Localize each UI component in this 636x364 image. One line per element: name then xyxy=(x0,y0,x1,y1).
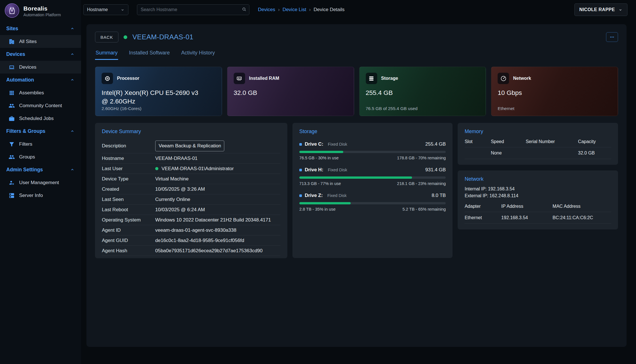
device-details-panel: BACK VEEAM-DRAAS-01 Summary Installed So… xyxy=(86,24,627,347)
user-name: NICOLE RAPPE xyxy=(579,7,615,12)
sidebar-section-sites[interactable]: Sites xyxy=(0,22,81,35)
breadcrumb-separator: › xyxy=(278,7,280,13)
tab-installed-software[interactable]: Installed Software xyxy=(128,50,170,60)
nav-item-label: User Management xyxy=(19,180,59,186)
drive-usage-bar xyxy=(299,176,446,179)
stat-card-value: Intel(R) Xeon(R) CPU E5-2690 v3 @ 2.60GH… xyxy=(102,89,206,105)
briefcase-icon xyxy=(9,115,15,122)
chevron-up-icon xyxy=(70,26,75,31)
drive-row: Drive Z: Fixed Disk 8.0 TB 2.8 TB - 35% … xyxy=(299,193,446,212)
borealis-logo-icon xyxy=(5,3,19,19)
drive-used: 713.3 GB - 77% in use xyxy=(299,181,341,186)
nav-item-label: Groups xyxy=(19,154,35,160)
external-ip: External IP: 162.248.8.114 xyxy=(465,192,611,199)
drive-row: Drive C: Fixed Disk 255.4 GB 76.5 GB - 3… xyxy=(299,141,446,160)
description-input[interactable] xyxy=(155,141,224,151)
nav-item-label: Assemblies xyxy=(19,90,44,96)
section-label: Devices xyxy=(6,51,25,57)
drive-usage-bar xyxy=(299,151,446,153)
breadcrumb-devices[interactable]: Devices xyxy=(258,7,275,13)
breadcrumb-device-list[interactable]: Device List xyxy=(282,7,306,13)
stat-card-footer: 2.60GHz (16-Cores) xyxy=(102,106,142,111)
section-label: Admin Settings xyxy=(6,167,43,173)
sidebar-section-filters-groups[interactable]: Filters & Groups xyxy=(0,125,81,138)
stat-card-network: Network 10 Gbps Ethernet xyxy=(491,67,618,116)
drive-bullet-icon xyxy=(299,143,302,146)
drive-bullet-icon xyxy=(299,169,302,171)
nav-item-label: Devices xyxy=(19,64,36,70)
more-options-icon xyxy=(609,34,615,40)
drive-used: 76.5 GB - 30% in use xyxy=(299,156,339,160)
tab-summary[interactable]: Summary xyxy=(95,50,118,60)
section-label: Automation xyxy=(6,77,34,83)
sidebar-item-user-management[interactable]: User Management xyxy=(0,176,81,189)
sidebar-item-devices[interactable]: Devices xyxy=(0,61,81,74)
user-gear-icon xyxy=(9,180,15,186)
stat-cards: Processor Intel(R) Xeon(R) CPU E5-2690 v… xyxy=(95,67,618,116)
network-gauge-icon xyxy=(498,73,509,84)
stat-card-label: Processor xyxy=(117,76,139,81)
network-table-header: Adapter IP Address MAC Address xyxy=(465,204,611,212)
user-menu-button[interactable]: NICOLE RAPPE xyxy=(574,3,627,16)
chevron-down-icon xyxy=(618,8,623,12)
cpu-icon xyxy=(102,73,113,84)
drive-bullet-icon xyxy=(299,194,302,197)
tab-activity-history[interactable]: Activity History xyxy=(181,50,215,60)
sidebar-item-groups[interactable]: Groups xyxy=(0,151,81,163)
stat-card-processor: Processor Intel(R) Xeon(R) CPU E5-2690 v… xyxy=(95,67,222,116)
drive-usage-bar xyxy=(299,202,446,204)
storage-panel: Storage Drive C: Fixed Disk 255.4 GB 76.… xyxy=(292,123,453,258)
chevron-up-icon xyxy=(70,78,75,82)
drive-usage-fill xyxy=(299,176,412,179)
brand-name: Borealis xyxy=(23,5,61,12)
sidebar-item-filters[interactable]: Filters xyxy=(0,138,81,151)
topbar: Hostname Devices › Device List › Device … xyxy=(81,0,636,19)
section-label: Filters & Groups xyxy=(6,128,45,134)
summary-row-last-reboot: Last Reboot 10/03/2025 @ 6:24 AM xyxy=(102,205,280,215)
summary-row-hostname: Hostname VEEAM-DRAAS-01 xyxy=(102,153,280,164)
server-icon xyxy=(9,192,15,199)
sidebar-section-admin-settings[interactable]: Admin Settings xyxy=(0,163,81,176)
summary-row-operating-system: Operating System Windows 10 2022 Datacen… xyxy=(102,215,280,225)
stat-card-storage: Storage 255.4 GB 76.5 GB of 255.4 GB use… xyxy=(359,67,486,116)
hostname-filter-label: Hostname xyxy=(87,7,108,12)
stat-card-installed-ram: Installed RAM 32.0 GB xyxy=(227,67,354,116)
sidebar-item-community-content[interactable]: Community Content xyxy=(0,99,81,112)
drive-used: 2.8 TB - 35% in use xyxy=(299,207,336,212)
filter-funnel-icon xyxy=(9,141,15,147)
grid-icon xyxy=(9,90,15,96)
sidebar-item-all-sites[interactable]: All Sites xyxy=(0,35,81,48)
nav-item-label: Filters xyxy=(19,141,32,147)
sidebar-item-server-info[interactable]: Server Info xyxy=(0,189,81,202)
app-root: Borealis Automation Platform Sites All S… xyxy=(0,0,636,364)
detail-panels: Device Summary Description Hostname VEEA… xyxy=(95,123,618,258)
nav-item-label: Community Content xyxy=(19,103,62,109)
sidebar-item-scheduled-jobs[interactable]: Scheduled Jobs xyxy=(0,112,81,125)
more-options-button[interactable] xyxy=(606,32,618,42)
breadcrumb: Devices › Device List › Device Details xyxy=(258,7,345,13)
memory-table-header: Slot Speed Serial Number Capacity xyxy=(465,139,611,147)
sidebar-section-devices[interactable]: Devices xyxy=(0,48,81,61)
online-status-dot xyxy=(155,167,158,170)
ram-icon xyxy=(234,73,245,84)
summary-row-agent-guid: Agent GUID de16c0c1-8aa2-4d18-9585-9ce91… xyxy=(102,235,280,246)
right-column: Memory Slot Speed Serial Number Capacity… xyxy=(458,123,618,229)
people-icon xyxy=(9,154,15,160)
stat-card-footer: 76.5 GB of 255.4 GB used xyxy=(366,106,418,111)
internal-ip: Internal IP: 192.168.3.54 xyxy=(465,186,611,192)
summary-row-last-user: Last User VEEAM-DRAAS-01\Administrator xyxy=(102,164,280,174)
sidebar-section-automation[interactable]: Automation xyxy=(0,74,81,86)
panel-title: Storage xyxy=(299,129,446,135)
brand-subtitle: Automation Platform xyxy=(23,13,61,17)
summary-row-created: Created 10/05/2025 @ 3:26 AM xyxy=(102,184,280,194)
drive-remaining: 5.2 TB - 65% remaining xyxy=(402,207,446,212)
chevron-up-icon xyxy=(70,129,75,134)
summary-row-description: Description xyxy=(102,139,280,153)
stat-card-value: 10 Gbps xyxy=(498,89,602,97)
sidebar-item-assemblies[interactable]: Assemblies xyxy=(0,86,81,99)
search-input[interactable] xyxy=(137,4,249,15)
stat-card-value: 255.4 GB xyxy=(366,89,471,97)
breadcrumb-current: Device Details xyxy=(314,7,345,13)
back-button[interactable]: BACK xyxy=(95,32,118,42)
hostname-filter-dropdown[interactable]: Hostname xyxy=(83,4,128,15)
